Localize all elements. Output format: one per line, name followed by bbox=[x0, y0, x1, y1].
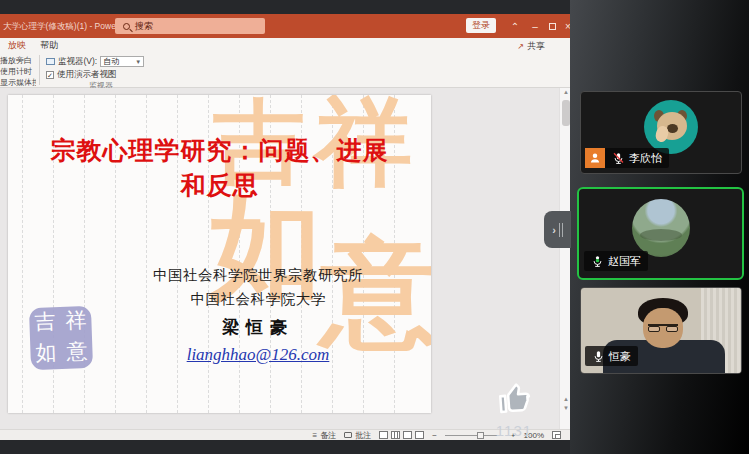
slide-title-line2: 和反思 bbox=[8, 168, 431, 203]
zoom-out-button[interactable]: − bbox=[432, 431, 437, 440]
participant-tile[interactable]: 李欣怡 bbox=[580, 91, 742, 174]
presenter-view-checkbox[interactable]: ✓ bbox=[46, 71, 54, 79]
previous-slide-button[interactable]: ▲ bbox=[563, 396, 569, 402]
stamp-char: 吉 bbox=[29, 307, 61, 339]
presenter-view-label: 使用演示者视图 bbox=[57, 69, 117, 81]
comments-label: 批注 bbox=[355, 430, 371, 441]
ribbon-group-divider bbox=[39, 55, 40, 85]
org-line1: 中国社会科学院世界宗教研究所 bbox=[88, 263, 428, 287]
option-play-narration[interactable]: 播放旁白 bbox=[0, 55, 36, 66]
mic-muted-icon bbox=[612, 152, 625, 165]
slide-title-line1: 宗教心理学研究：问题、进展 bbox=[8, 133, 431, 168]
stamp-char: 祥 bbox=[60, 306, 92, 338]
next-slide-button[interactable]: ▼ bbox=[563, 405, 569, 411]
search-input[interactable]: 搜索 bbox=[115, 18, 265, 34]
panel-collapse-handle[interactable]: › bbox=[544, 211, 571, 248]
author-email: lianghhao@126.com bbox=[88, 345, 428, 365]
powerpoint-window: 大学心理学(修改稿)(1) - PowerPoint 搜索 登录 ⌃ – × 放… bbox=[0, 14, 575, 440]
zoom-slider-handle[interactable] bbox=[477, 432, 484, 439]
ribbon-tab-bar: 放映 帮助 bbox=[0, 38, 575, 53]
notes-label: 备注 bbox=[320, 430, 336, 441]
stamp-char: 如 bbox=[30, 338, 62, 370]
stamp-char: 意 bbox=[61, 337, 93, 369]
participant-tile[interactable]: 恒豪 bbox=[580, 287, 742, 374]
host-badge bbox=[585, 148, 605, 168]
author-name: 梁恒豪 bbox=[88, 316, 428, 339]
meeting-top-bar bbox=[0, 0, 570, 14]
participant-name: 恒豪 bbox=[609, 349, 631, 364]
ribbon-display-options-button[interactable]: ⌃ bbox=[506, 14, 524, 38]
meeting-bottom-bar bbox=[0, 440, 570, 454]
search-icon bbox=[123, 23, 130, 30]
tab-help[interactable]: 帮助 bbox=[40, 39, 58, 52]
comments-icon bbox=[344, 432, 352, 438]
option-show-media-controls[interactable]: 显示媒体控件 bbox=[0, 77, 36, 88]
chevron-down-icon: ▼ bbox=[135, 59, 141, 65]
notes-button[interactable]: ≡ 备注 bbox=[313, 430, 337, 441]
slideshow-view-button[interactable] bbox=[415, 431, 424, 439]
meeting-screen: 大学心理学(修改稿)(1) - PowerPoint 搜索 登录 ⌃ – × 放… bbox=[0, 0, 749, 454]
thumbs-up-icon bbox=[494, 380, 534, 419]
monitor-select-value: 自动 bbox=[103, 56, 119, 67]
ribbon: 播放旁白 使用计时 显示媒体控件 监视器(V): 自动 ▼ ✓ 使用演示者视图 bbox=[0, 53, 575, 88]
monitor-icon bbox=[46, 58, 55, 65]
slide[interactable]: 吉 祥 如 意 宗教心理学研究：问题、进展 和反思 中国社会科学院世界宗教研究所… bbox=[8, 95, 431, 413]
person-icon bbox=[589, 152, 601, 164]
minimize-button[interactable]: – bbox=[526, 14, 544, 38]
share-button[interactable]: ↗ 共享 bbox=[517, 40, 545, 53]
mic-on-icon bbox=[591, 255, 604, 268]
participant-name: 李欣怡 bbox=[629, 151, 662, 166]
participants-panel: 李欣怡 赵国军 bbox=[570, 0, 749, 454]
monitor-select[interactable]: 自动 ▼ bbox=[100, 56, 144, 67]
chevron-right-icon: › bbox=[552, 224, 556, 236]
avatar bbox=[644, 100, 698, 154]
slide-sorter-view-button[interactable] bbox=[391, 431, 400, 439]
slideshow-settings-options: 播放旁白 使用计时 显示媒体控件 bbox=[0, 55, 36, 88]
normal-view-button[interactable] bbox=[379, 431, 388, 439]
tab-slideshow[interactable]: 放映 bbox=[8, 39, 26, 52]
drag-grip-icon bbox=[559, 223, 563, 237]
option-use-timings[interactable]: 使用计时 bbox=[0, 66, 36, 77]
reaction-overlay: 1131 bbox=[492, 381, 536, 439]
monitor-group: 监视器(V): 自动 ▼ ✓ 使用演示者视图 bbox=[46, 55, 176, 81]
reaction-count: 1131 bbox=[492, 422, 536, 439]
seal-stamp: 吉 祥 如 意 bbox=[29, 306, 93, 370]
monitor-label: 监视器(V): bbox=[58, 56, 97, 68]
ppt-titlebar: 大学心理学(修改稿)(1) - PowerPoint 搜索 登录 ⌃ – × bbox=[0, 14, 575, 38]
login-button[interactable]: 登录 bbox=[466, 18, 496, 33]
fit-slide-button[interactable] bbox=[552, 431, 561, 439]
org-line2: 中国社会科学院大学 bbox=[88, 287, 428, 311]
reading-view-button[interactable] bbox=[403, 431, 412, 439]
comments-button[interactable]: 批注 bbox=[344, 430, 371, 441]
avatar bbox=[632, 199, 690, 257]
share-icon: ↗ bbox=[517, 42, 524, 51]
slide-body-text: 中国社会科学院世界宗教研究所 中国社会科学院大学 梁恒豪 lianghhao@1… bbox=[88, 263, 428, 365]
scrollbar-thumb[interactable] bbox=[562, 100, 570, 126]
slide-title: 宗教心理学研究：问题、进展 和反思 bbox=[8, 133, 431, 203]
mic-on-icon bbox=[592, 350, 605, 363]
restore-icon bbox=[549, 23, 556, 30]
participant-tile-active-speaker[interactable]: 赵国军 bbox=[577, 187, 744, 280]
participant-name: 赵国军 bbox=[608, 254, 641, 269]
share-label: 共享 bbox=[527, 40, 545, 53]
notes-icon: ≡ bbox=[313, 431, 318, 440]
slide-canvas-area: 吉 祥 如 意 宗教心理学研究：问题、进展 和反思 中国社会科学院世界宗教研究所… bbox=[0, 88, 575, 429]
ppt-statusbar: ≡ 备注 批注 − + 100% bbox=[0, 429, 575, 440]
search-placeholder: 搜索 bbox=[135, 20, 153, 33]
